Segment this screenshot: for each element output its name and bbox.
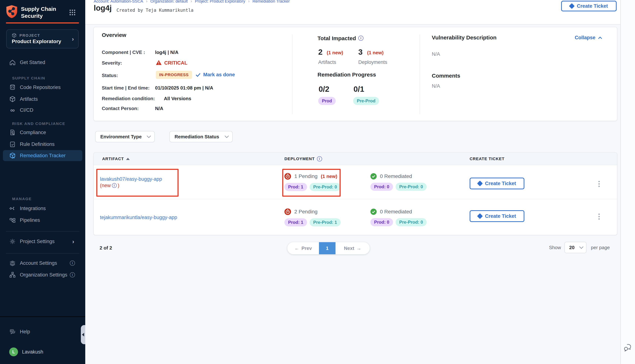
chevron-right-icon: › <box>72 238 74 244</box>
project-label: PROJECT <box>20 34 40 38</box>
sidebar-bottom-divider <box>0 316 85 317</box>
artifact-link[interactable]: lavakush07/easy-buggy-app <box>100 176 162 182</box>
module-grid-icon[interactable] <box>69 10 75 16</box>
column-header-artifact[interactable]: ARTIFACT <box>102 153 130 165</box>
prev-page-button[interactable]: ← Prev <box>287 242 319 254</box>
gear-icon <box>9 238 16 245</box>
avatar: L <box>9 348 18 356</box>
table-row: lavakush07/easy-buggy-app (new i ) 1 Pen… <box>94 165 617 199</box>
page-size-select[interactable]: 20 <box>564 242 586 253</box>
deployment-cell: 1 Pending (1 new) Prod: 1 Pre-Prod: 0 <box>284 165 341 199</box>
user-menu[interactable]: L Lavakush <box>3 346 82 358</box>
sidebar-item-remediation-tracker[interactable]: Remediation Tracker <box>3 150 82 161</box>
vulnerability-description-heading: Vulnerability Description <box>432 34 496 41</box>
preprod-badge: Pre-Prod: 0 <box>395 183 427 191</box>
remediation-condition-label: Remediation condition: <box>102 96 155 102</box>
preprod-badge: Pre-Prod: 1 <box>310 218 341 226</box>
impacted-deployments-label: Deployments <box>358 60 387 65</box>
time-label: Start time | End time: <box>102 85 150 91</box>
create-ticket-button-header[interactable]: Create Ticket <box>561 1 617 12</box>
sidebar-item-get-started[interactable]: Get Started <box>3 57 82 68</box>
artifact-link[interactable]: tejakummarikuntla/easy-buggy-app <box>100 214 177 221</box>
pending-count: 1 Pending <box>294 174 317 179</box>
row-count-summary: 2 of 2 <box>100 245 112 251</box>
row-menu-kebab-icon[interactable] <box>595 180 603 188</box>
sidebar-item-organization-settings[interactable]: Organization Settings i <box>3 269 82 280</box>
warning-triangle-icon <box>156 60 162 65</box>
breadcrumb-account[interactable]: Account: Automation-SSCA <box>94 0 143 4</box>
sidebar-item-code-repositories[interactable]: Code Repositories <box>3 82 82 93</box>
preprod-badge: Pre-Prod <box>353 97 379 105</box>
deployment-cell: 2 Pending Prod: 1 Pre-Prod: 1 <box>284 199 341 235</box>
comments-heading: Comments <box>432 73 460 79</box>
create-ticket-button-row[interactable]: Create Ticket <box>470 178 524 189</box>
collapse-link[interactable]: Collapse <box>575 35 602 40</box>
breadcrumb-organization[interactable]: Organization: default <box>150 0 188 4</box>
remediated-cell: 0 Remediated Prod: 0 Pre-Prod: 0 <box>370 165 427 199</box>
sidebar-collapse-handle[interactable] <box>81 325 85 344</box>
row-menu-kebab-icon[interactable] <box>595 212 603 221</box>
sidebar-item-cicd[interactable]: ∞ CI/CD <box>3 104 82 116</box>
remediation-status-dropdown[interactable]: Remediation Status <box>169 131 233 142</box>
overview-heading: Overview <box>102 32 126 38</box>
prod-badge: Prod: 0 <box>370 218 393 226</box>
sidebar-item-compliance[interactable]: Compliance <box>3 127 82 138</box>
total-impacted-heading: Total Impacted <box>317 35 356 42</box>
mark-as-done-link[interactable]: Mark as done <box>195 72 235 78</box>
breadcrumb-project[interactable]: Project: Product Exploratory <box>195 0 245 4</box>
create-ticket-button-row[interactable]: Create Ticket <box>470 210 524 222</box>
chevron-right-icon: › <box>72 36 74 42</box>
sidebar: Supply Chain Security PROJECT Product Ex… <box>0 0 85 364</box>
comments-value: N/A <box>432 83 440 89</box>
next-page-button[interactable]: Next → <box>335 242 370 254</box>
breadcrumb-separator: › <box>248 0 250 4</box>
contact-person-value: N/A <box>155 106 163 111</box>
sort-ascending-icon <box>126 158 130 160</box>
info-icon[interactable]: i <box>70 272 75 278</box>
prod-badge: Prod: 1 <box>284 218 307 226</box>
pagination: ← Prev 1 Next → <box>287 242 370 254</box>
impacted-artifacts-count: 2 <box>318 48 322 56</box>
prod-badge: Prod: 1 <box>284 183 307 191</box>
progress-prod-value: 0/2 <box>319 85 329 94</box>
sidebar-item-account-settings[interactable]: Account Settings i <box>3 258 82 268</box>
chevron-down-icon <box>225 134 229 138</box>
environment-type-dropdown[interactable]: Environment Type <box>95 131 155 142</box>
remediated-count: 0 Remediated <box>380 209 412 215</box>
impacted-artifacts-label: Artifacts <box>318 60 336 65</box>
remediation-condition-value: All Versions <box>164 96 191 102</box>
component-cve-value: log4j | N/A <box>155 50 178 55</box>
infinity-icon: ∞ <box>9 107 16 114</box>
sidebar-divider <box>6 231 79 232</box>
integrations-share-icon <box>9 205 16 212</box>
org-hierarchy-icon <box>9 272 16 278</box>
preprod-badge: Pre-Prod: 0 <box>395 218 427 226</box>
time-value: 01/10/2025 01:08 pm | N/A <box>155 85 213 91</box>
page-number-button[interactable]: 1 <box>319 242 335 254</box>
artifact-new-tag: (new <box>100 183 111 188</box>
info-icon[interactable]: i <box>358 36 363 41</box>
remediated-check-icon <box>370 173 377 180</box>
sidebar-item-pipelines[interactable]: Pipelines <box>3 215 82 226</box>
project-selector[interactable]: PROJECT Product Exploratory › <box>6 29 79 48</box>
status-badge: IN-PROGRESS <box>156 71 192 79</box>
info-icon[interactable]: i <box>317 156 322 162</box>
sidebar-item-artifacts[interactable]: Artifacts <box>3 94 82 104</box>
chevron-down-icon <box>147 134 151 138</box>
remediation-tracker-icon <box>9 152 16 159</box>
info-icon[interactable]: i <box>70 260 75 266</box>
impacted-artifacts-new: (1 new) <box>327 50 343 56</box>
support-chat-icon[interactable] <box>623 344 632 352</box>
remediation-progress-heading: Remediation Progress <box>317 72 376 78</box>
show-label: Show <box>549 245 561 250</box>
impacted-deployments-count: 3 <box>358 48 362 56</box>
sidebar-item-rule-definitions[interactable]: Rule Definitions <box>3 139 82 150</box>
layers-icon <box>9 260 16 266</box>
sidebar-item-help[interactable]: ? Help <box>3 326 82 337</box>
breadcrumb-page[interactable]: Remediation Tracker <box>253 0 290 4</box>
info-icon[interactable]: i <box>112 183 117 188</box>
prod-badge: Prod: 0 <box>370 183 393 191</box>
artifacts-cube-icon <box>9 96 16 102</box>
sidebar-item-project-settings[interactable]: Project Settings › <box>3 236 82 247</box>
sidebar-item-integrations[interactable]: Integrations <box>3 203 82 214</box>
